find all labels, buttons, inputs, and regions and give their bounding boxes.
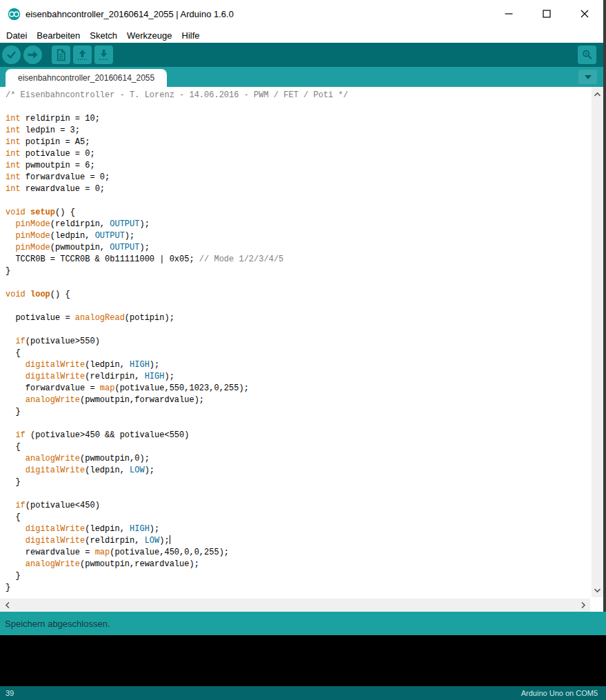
- code-line: digitalWrite(ledpin, LOW);: [6, 465, 603, 477]
- code-line: [6, 488, 603, 500]
- save-down-arrow-icon: [97, 48, 111, 62]
- code-line: analogWrite(pwmoutpin,rewardvalue);: [6, 559, 603, 570]
- scroll-down-button[interactable]: [592, 584, 603, 596]
- serial-monitor-magnifier-icon: [580, 48, 594, 62]
- upload-arrow-icon: [26, 48, 40, 62]
- code-line: [6, 195, 603, 207]
- board-port-label: Arduino Uno on COM5: [521, 689, 598, 697]
- toolbar: [0, 43, 606, 67]
- code-line: digitalWrite(reldirpin, LOW);: [6, 535, 603, 547]
- code-line: analogWrite(pwmoutpin,forwardvalue);: [6, 394, 603, 406]
- menu-werkzeuge[interactable]: Werkzeuge: [122, 29, 177, 42]
- code-line: pinMode(ledpin, OUTPUT);: [6, 230, 603, 242]
- code-line: if(potivalue<450): [6, 500, 603, 512]
- code-line: int forwardvalue = 0;: [6, 172, 603, 183]
- menu-datei[interactable]: Datei: [1, 29, 32, 42]
- code-line: /* Eisenbahncontroller - T. Lorenz - 14.…: [6, 90, 603, 101]
- chevron-down-icon: [583, 73, 593, 81]
- tab-menu-button[interactable]: [578, 70, 597, 84]
- code-line: int pwmoutpin = 6;: [6, 160, 603, 172]
- title-bar: eisenbahncontroller_20160614_2055 | Ardu…: [0, 0, 606, 28]
- maximize-icon: [542, 9, 552, 19]
- menu-hilfe[interactable]: Hilfe: [177, 29, 205, 42]
- save-button[interactable]: [94, 46, 113, 64]
- code-line: }: [6, 570, 603, 582]
- code-line: }: [6, 582, 603, 594]
- open-up-arrow-icon: [75, 48, 90, 62]
- code-line: TCCR0B = TCCR0B & 0b11111000 | 0x05; // …: [6, 254, 603, 266]
- scroll-right-button[interactable]: [577, 599, 589, 611]
- console-output: [0, 635, 606, 686]
- code-line: {: [6, 512, 603, 523]
- chevron-up-icon: [594, 92, 601, 97]
- code-line: rewardvalue = map(potivalue,450,0,0,255)…: [6, 547, 603, 559]
- tab-bar: eisenbahncontroller_20160614_2055: [0, 67, 606, 87]
- maximize-button[interactable]: [527, 0, 565, 28]
- tab-active-sketch[interactable]: eisenbahncontroller_20160614_2055: [6, 69, 167, 87]
- code-line: if (potivalue>450 && potivalue<550): [6, 430, 603, 441]
- code-line: forwardvalue = map(potivalue,550,1023,0,…: [6, 383, 603, 394]
- chevron-right-icon: [580, 601, 586, 609]
- menu-bar: Datei Bearbeiten Sketch Werkzeuge Hilfe: [0, 28, 606, 43]
- code-line: {: [6, 348, 603, 359]
- code-line: int reldirpin = 10;: [6, 113, 603, 125]
- code-line: [6, 277, 603, 289]
- verify-button[interactable]: [2, 46, 21, 64]
- status-message: Speichern abgeschlossen.: [5, 619, 110, 629]
- text-cursor: [170, 535, 170, 544]
- footer-bar: 39 Arduino Uno on COM5: [0, 686, 606, 700]
- chevron-left-icon: [5, 601, 10, 609]
- code-line: digitalWrite(ledpin, HIGH);: [6, 523, 603, 535]
- menu-sketch[interactable]: Sketch: [85, 29, 122, 42]
- verify-check-icon: [4, 48, 19, 62]
- code-line: digitalWrite(ledpin, HIGH);: [6, 359, 603, 371]
- scroll-left-button[interactable]: [1, 599, 13, 611]
- close-icon: [580, 9, 589, 19]
- code-line: int potivalue = 0;: [6, 148, 603, 160]
- code-line: analogWrite(pwmoutpin,0);: [6, 453, 603, 465]
- arduino-logo-icon: [8, 8, 21, 21]
- code-lines: /* Eisenbahncontroller - T. Lorenz - 14.…: [0, 87, 603, 594]
- code-line: }: [6, 477, 603, 488]
- vertical-scrollbar[interactable]: [592, 87, 603, 597]
- chevron-down-icon: [594, 588, 601, 593]
- status-bar: Speichern abgeschlossen.: [0, 612, 606, 635]
- scrollbar-corner: [590, 599, 603, 612]
- serial-monitor-button[interactable]: [578, 46, 596, 64]
- code-line: }: [6, 266, 603, 277]
- scroll-up-button[interactable]: [592, 88, 603, 100]
- upload-button[interactable]: [23, 46, 42, 64]
- close-button[interactable]: [565, 0, 603, 28]
- code-line: [6, 101, 603, 113]
- code-line: int potipin = A5;: [6, 137, 603, 148]
- code-line: int ledpin = 3;: [6, 125, 603, 137]
- code-line: [6, 324, 603, 336]
- menu-bearbeiten[interactable]: Bearbeiten: [32, 29, 85, 42]
- code-line: {: [6, 441, 603, 453]
- window-right-edge: [603, 0, 606, 612]
- window-controls: [489, 0, 603, 28]
- code-editor[interactable]: /* Eisenbahncontroller - T. Lorenz - 14.…: [0, 87, 603, 599]
- window-title: eisenbahncontroller_20160614_2055 | Ardu…: [26, 9, 234, 19]
- minimize-button[interactable]: [489, 0, 527, 28]
- new-sketch-button[interactable]: [52, 46, 70, 64]
- code-line: if(potivalue>550): [6, 336, 603, 348]
- tab-label: eisenbahncontroller_20160614_2055: [18, 73, 154, 83]
- cursor-line-number: 39: [6, 689, 14, 697]
- code-line: int rewardvalue = 0;: [6, 183, 603, 195]
- new-document-icon: [54, 48, 68, 62]
- horizontal-scrollbar[interactable]: [0, 599, 590, 612]
- code-line: }: [6, 406, 603, 418]
- code-line: digitalWrite(reldirpin, HIGH);: [6, 371, 603, 383]
- code-line: void setup() {: [6, 207, 603, 219]
- code-line: pinMode(pwmoutpin, OUTPUT);: [6, 242, 603, 254]
- code-line: pinMode(reldirpin, OUTPUT);: [6, 219, 603, 230]
- code-line: [6, 418, 603, 430]
- code-line: void loop() {: [6, 289, 603, 301]
- minimize-icon: [504, 9, 514, 19]
- code-line: potivalue = analogRead(potipin);: [6, 312, 603, 324]
- open-button[interactable]: [73, 46, 92, 64]
- code-line: [6, 301, 603, 312]
